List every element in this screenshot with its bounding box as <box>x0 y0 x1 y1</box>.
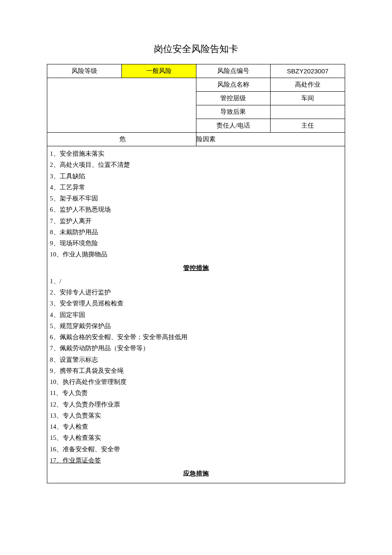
risk-level-value: 一般风险 <box>121 64 196 78</box>
control-last-item: 17、作业票证会签 <box>50 455 342 466</box>
control-item: 8、设置警示标志 <box>50 354 342 365</box>
control-item: 15、专人检查落实 <box>50 432 342 443</box>
hazard-item: 8、未戴防护用品 <box>50 227 342 238</box>
control-item: 7、佩戴劳动防护用品（安全带等） <box>50 343 342 354</box>
hazard-item: 9、现场环境危险 <box>50 238 342 249</box>
control-item: 13、专人负责落实 <box>50 410 342 421</box>
risk-point-no-value: SBZY2023007 <box>271 64 345 78</box>
control-item: 14、专人检查 <box>50 421 342 432</box>
control-item: 1、/ <box>50 276 342 287</box>
control-level-value: 车间 <box>271 92 345 105</box>
control-item: 11、专人负责 <box>50 387 342 398</box>
hazard-item: 5、架子板不牢固 <box>50 193 342 204</box>
emergency-header: 应急措施 <box>50 468 342 479</box>
content-cell: 1、安全措施未落实2、高处火项目、位置不清楚3、工具缺陷4、工艺异常5、架子板不… <box>47 146 345 483</box>
risk-point-no-label: 风险点编号 <box>196 64 271 78</box>
control-list: 1、/2、安排专人进行监护3、安全管理人员巡检检查4、固定牢固5、规范穿戴劳保护… <box>50 276 342 455</box>
consequence-value <box>271 105 345 119</box>
control-item: 6、佩戴合格的安全帽、安全带；安全带高挂低用 <box>50 331 342 343</box>
hazard-item: 7、监护人离开 <box>50 215 342 227</box>
hazard-item: 6、监护人不熟悉现场 <box>50 204 342 215</box>
responsible-label: 责任人/电话 <box>196 119 271 133</box>
hazard-item: 1、安全措施未落实 <box>50 148 342 159</box>
hazard-item: 3、工具缺陷 <box>50 171 342 182</box>
control-item: 2、安排专人进行监护 <box>50 287 342 298</box>
control-item: 12、专人负责办理作业票 <box>50 399 342 410</box>
control-header: 管控措施 <box>50 262 342 273</box>
hazard-item: 2、高处火项目、位置不清楚 <box>50 159 342 170</box>
risk-level-label: 风险等级 <box>47 64 122 78</box>
hazard-header-right: 险因素 <box>196 133 345 146</box>
hazard-item: 4、工艺异常 <box>50 182 342 193</box>
control-level-label: 管控层级 <box>196 92 271 105</box>
consequence-label: 导致后果 <box>196 105 271 119</box>
control-item: 5、规范穿戴劳保护品 <box>50 320 342 331</box>
hazard-item: 10、作业人抛掷物品 <box>50 249 342 260</box>
control-item: 16、准备安全帽、安全带 <box>50 444 342 455</box>
risk-card-table: 风险等级 一般风险 风险点编号 SBZY2023007 风险点名称 高处作业 管… <box>47 64 345 483</box>
image-placeholder <box>47 78 196 133</box>
control-item: 4、固定牢固 <box>50 309 342 320</box>
hazard-list: 1、安全措施未落实2、高处火项目、位置不清楚3、工具缺陷4、工艺异常5、架子板不… <box>50 148 342 260</box>
control-item: 3、安全管理人员巡检检查 <box>50 298 342 309</box>
risk-point-name-label: 风险点名称 <box>196 78 271 92</box>
risk-point-name-value: 高处作业 <box>271 78 345 92</box>
control-item: 10、执行高处作业管理制度 <box>50 376 342 387</box>
responsible-value: 主任 <box>271 119 345 133</box>
control-item: 9、携带有工具袋及安全绳 <box>50 365 342 376</box>
document-title: 岗位安全风险告知卡 <box>47 43 345 55</box>
hazard-header-left: 危 <box>47 133 196 146</box>
